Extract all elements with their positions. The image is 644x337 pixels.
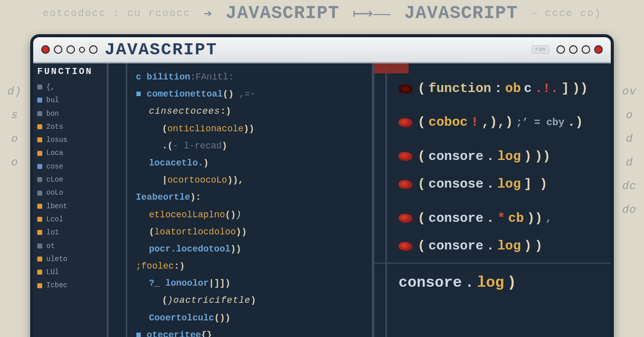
token: log: [497, 144, 521, 169]
right-dot-icon[interactable]: [556, 45, 565, 54]
sidebar-item[interactable]: {,: [36, 80, 104, 94]
top-banner: eotcodocc : cu rcoocc ➔ JAVASCRIPT ⟼—— J…: [0, 3, 644, 24]
code-line[interactable]: ■ cometionettoal() ,=-: [136, 86, 370, 103]
file-icon: [37, 217, 42, 222]
code-line[interactable]: |ocortoocoLo)),: [136, 172, 370, 189]
file-icon: [37, 164, 42, 169]
console-line[interactable]: (consore. *cb)),: [398, 206, 604, 231]
sidebar-item-label: Lcol: [46, 214, 63, 224]
console-line[interactable]: [398, 138, 604, 141]
file-icon: [37, 85, 42, 90]
token: (: [418, 110, 426, 135]
code-line[interactable]: pocr.locedotool)): [136, 240, 370, 258]
margin-note: o: [11, 156, 18, 169]
code-line[interactable]: ;foolec:): [136, 258, 370, 275]
token: coboc: [429, 110, 468, 135]
sidebar[interactable]: FUNCTION {,bulbon2otslosusLocacosecLoeoo…: [33, 63, 109, 337]
code-line[interactable]: etloceolLaplno()): [136, 206, 370, 223]
token: .!.: [535, 76, 558, 101]
sidebar-item-label: ot: [46, 241, 55, 251]
file-icon: [37, 257, 42, 262]
margin-note: d: [626, 156, 633, 169]
console-line[interactable]: (consore.log))): [398, 144, 604, 169]
code-line[interactable]: c bilition:FAnitl:: [136, 68, 370, 86]
file-icon: [37, 151, 42, 156]
sidebar-item[interactable]: lo1: [36, 226, 104, 239]
sidebar-item[interactable]: ooLo: [36, 186, 104, 199]
right-margin-notes: ovodddcdo: [617, 86, 642, 337]
traffic-light-max-icon[interactable]: [66, 45, 75, 54]
panel-divider: [374, 263, 611, 264]
code-editor[interactable]: c bilition:FAnitl:■ cometionettoal() ,=-…: [109, 63, 374, 337]
sidebar-item[interactable]: 2ots: [36, 120, 104, 133]
console-line[interactable]: consore.log ): [398, 269, 604, 297]
sidebar-header: FUNCTION: [37, 66, 103, 76]
token: ,),): [481, 110, 513, 135]
breakpoint-icon[interactable]: [398, 152, 413, 161]
console-line[interactable]: [398, 200, 604, 203]
sidebar-item[interactable]: cose: [36, 160, 104, 173]
console-line[interactable]: (consore.log)): [398, 234, 604, 259]
code-line[interactable]: cinsectocees:): [136, 103, 370, 120]
token: cb: [508, 206, 524, 231]
console-line[interactable]: (function:obc.!.])): [398, 76, 604, 101]
token: .: [487, 172, 495, 197]
sidebar-item-label: losus: [46, 135, 67, 145]
code-line[interactable]: .(- l-recad): [136, 137, 370, 154]
sidebar-item[interactable]: ot: [36, 239, 104, 252]
breakpoint-icon[interactable]: [398, 85, 413, 94]
sidebar-item[interactable]: bul: [36, 94, 104, 107]
workspace: FUNCTION {,bulbon2otslosusLocacosecLoeoo…: [33, 63, 611, 337]
right-dot-icon-3[interactable]: [582, 45, 590, 54]
code-line[interactable]: Ieabeortle):: [136, 189, 370, 206]
window-titlebar[interactable]: JAVASCRIPT run: [33, 37, 611, 63]
panel-tab[interactable]: [374, 63, 410, 73]
breakpoint-icon[interactable]: [398, 180, 413, 189]
sidebar-item[interactable]: Icbec: [36, 279, 104, 292]
breakpoint-icon[interactable]: [398, 118, 413, 127]
right-dot-close-icon[interactable]: [594, 45, 603, 54]
token: .: [465, 269, 474, 297]
code-line[interactable]: ■ oteceritee{}: [136, 326, 370, 337]
token: *: [497, 206, 505, 231]
file-icon: [37, 177, 42, 182]
sidebar-item[interactable]: cLoe: [36, 173, 104, 186]
sidebar-item[interactable]: LUl: [36, 266, 104, 279]
sidebar-item-label: bul: [46, 95, 59, 105]
token: (: [418, 234, 426, 259]
token: log: [497, 172, 521, 197]
file-icon: [37, 204, 42, 209]
sidebar-item-label: bon: [46, 109, 59, 119]
traffic-light-close-icon[interactable]: [41, 45, 50, 54]
sidebar-item[interactable]: lbent: [36, 200, 104, 213]
token: (: [418, 206, 426, 231]
sidebar-item[interactable]: Lcol: [36, 213, 104, 226]
code-line[interactable]: ()oactricifetle): [136, 292, 370, 309]
breakpoint-icon[interactable]: [398, 214, 413, 223]
code-line[interactable]: locacetlo.): [136, 154, 370, 172]
console-line[interactable]: (consose.log ] ): [398, 172, 604, 197]
sidebar-item-label: uleto: [46, 254, 67, 264]
token: ]: [561, 76, 570, 101]
margin-note: dc: [622, 180, 636, 193]
right-dot-icon-2[interactable]: [569, 45, 578, 54]
sidebar-item[interactable]: bon: [36, 107, 104, 120]
sidebar-item[interactable]: Loca: [36, 146, 104, 159]
console-panel[interactable]: (function:obc.!.]))(coboc!,),);’ = cby.)…: [374, 63, 611, 337]
sidebar-item[interactable]: uleto: [36, 252, 104, 266]
sidebar-item[interactable]: losus: [36, 133, 104, 146]
code-line[interactable]: (loatortlocdoloo)): [136, 223, 370, 240]
run-chip[interactable]: run: [532, 45, 549, 54]
traffic-light-min-icon[interactable]: [54, 45, 62, 54]
console-line[interactable]: [398, 104, 604, 107]
code-line[interactable]: ?_ lonoolor|]]): [136, 275, 370, 292]
sidebar-item-label: {,: [46, 82, 55, 92]
token: ): [524, 144, 532, 169]
token: ob: [505, 76, 521, 101]
breakpoint-icon[interactable]: [398, 242, 413, 251]
code-line[interactable]: Cooertolculc()): [136, 309, 370, 326]
token: .: [487, 144, 495, 169]
console-line[interactable]: (coboc!,),);’ = cby.): [398, 110, 604, 135]
code-line[interactable]: (onticlionacole)): [136, 120, 370, 137]
token: (: [418, 172, 426, 197]
